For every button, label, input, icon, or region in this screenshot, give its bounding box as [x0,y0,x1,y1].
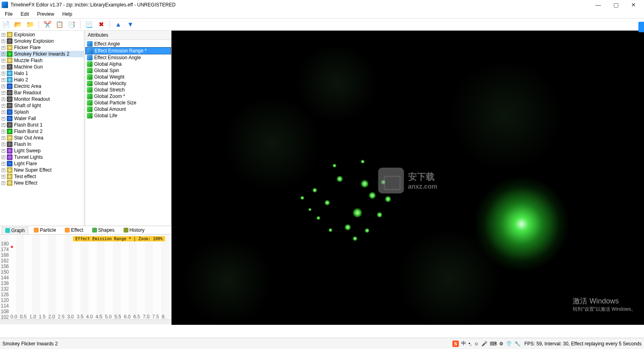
attribute-item[interactable]: Global Life [85,112,171,119]
attribute-icon [87,113,93,118]
effect-item[interactable]: + Flash Burst 2 [0,128,84,135]
preview-viewport[interactable]: 安下载 anxz.com 激活 Windows 转到"设置"以激活 Window… [171,31,644,325]
paste-icon[interactable]: 📑 [67,20,76,29]
effect-item[interactable]: + Light Sweep [0,147,84,154]
effect-item[interactable]: + Flicker Flare [0,44,84,51]
attribute-item[interactable]: Global Amount [85,106,171,112]
expander-icon[interactable]: + [2,136,5,140]
minimize-button[interactable]: — [589,0,607,10]
effect-item[interactable]: + Electric Area [0,83,84,89]
ime-icon-2[interactable]: •, [469,341,472,347]
skin-icon[interactable]: 👕 [506,341,512,347]
expander-icon[interactable]: + [2,72,5,75]
effect-item[interactable]: + Halo 2 [0,77,84,83]
expander-icon[interactable]: + [2,117,5,120]
maximize-button[interactable]: ▢ [607,0,625,10]
tab-shapes[interactable]: Shapes [89,227,118,233]
effect-item[interactable]: + Muzzle Flash [0,57,84,64]
tab-effect[interactable]: Effect [62,227,86,233]
keyboard-icon[interactable]: ⌨ [490,341,497,347]
effect-item[interactable]: + Bar Readout [0,89,84,96]
effect-item[interactable]: + Explosion [0,31,84,38]
expander-icon[interactable]: + [2,33,5,37]
attribute-item[interactable]: Effect Angle [85,41,171,47]
expander-icon[interactable]: + [2,123,5,127]
expander-icon[interactable]: + [2,156,5,159]
expander-icon[interactable]: + [2,104,5,108]
effect-item[interactable]: + Flash Burst 1 [0,122,84,128]
attribute-item[interactable]: Global Spin [85,67,171,74]
graph-keyframe[interactable] [11,246,13,248]
attribute-item[interactable]: Global Weight [85,74,171,80]
menu-preview[interactable]: Preview [34,10,58,18]
attribute-item[interactable]: Global Particle Size [85,100,171,106]
effect-item[interactable]: + Smokey Explosion [0,38,84,44]
effect-item[interactable]: + Machine Gun [0,64,84,70]
expander-icon[interactable]: + [2,91,5,95]
ime-icon[interactable]: S [452,341,459,347]
effect-item[interactable]: + Light Flare [0,160,84,167]
expander-icon[interactable]: + [2,143,5,146]
attribute-item[interactable]: Global Alpha [85,61,171,67]
copy-icon[interactable]: 📋 [55,20,64,29]
effect-item[interactable]: + Smokey Flicker Inwards 2 [0,51,84,57]
ime-lang[interactable]: 中 [461,340,466,347]
expander-icon[interactable]: + [2,162,5,166]
attribute-item[interactable]: Global Stretch [85,87,171,93]
effect-item[interactable]: + Water Fall [0,115,84,122]
down-icon[interactable]: ▼ [126,20,135,29]
new-icon[interactable]: 📄 [2,20,10,29]
expander-icon[interactable]: + [2,168,5,172]
tab-particle[interactable]: Particle [31,227,59,233]
emoji-icon[interactable]: ☺ [474,341,479,347]
effect-icon [7,64,12,70]
settings-icon[interactable]: ⚙ [499,341,504,347]
attribute-item[interactable]: Effect Emission Range * [85,47,171,54]
effect-label: Halo 2 [14,77,28,83]
effect-item[interactable]: + Splash [0,109,84,115]
expander-icon[interactable]: + [2,98,5,101]
effect-item[interactable]: + Tunnel Lights [0,154,84,160]
save-icon[interactable]: 📁 [26,20,35,29]
effect-item[interactable]: + Star Out Area [0,135,84,141]
tool-icon[interactable]: 🔧 [514,341,520,347]
expander-icon[interactable]: + [2,85,5,88]
expander-icon[interactable]: + [2,78,5,82]
expander-icon[interactable]: + [2,46,5,50]
open-icon[interactable]: 📂 [14,20,23,29]
effect-item[interactable]: + Shaft of light [0,102,84,109]
effect-item[interactable]: + Monitor Readout [0,96,84,102]
graph-area[interactable]: Effect Emission Range * | Zoom: 100% 180… [0,234,171,324]
doc-icon[interactable]: 📃 [85,20,93,29]
effect-item[interactable]: + Flash In [0,141,84,147]
effect-item[interactable]: + New Effect [0,180,84,186]
attribute-item[interactable]: Effect Emission Angle [85,54,171,61]
delete-icon[interactable]: ✖ [97,20,105,29]
effect-icon [7,161,12,166]
expander-icon[interactable]: + [2,130,5,133]
menu-file[interactable]: File [2,10,16,18]
expander-icon[interactable]: + [2,149,5,153]
menu-edit[interactable]: Edit [17,10,32,18]
attribute-item[interactable]: Global Zoom * [85,93,171,100]
tab-graph[interactable]: Graph [2,227,28,234]
tab-history[interactable]: History [120,227,148,233]
effect-item[interactable]: + New Super Effect [0,167,84,173]
expander-icon[interactable]: + [2,52,5,56]
expander-icon[interactable]: + [2,59,5,62]
up-icon[interactable]: ▲ [114,20,123,29]
effect-item[interactable]: + Halo 1 [0,70,84,77]
graph-scrollbar[interactable] [0,320,171,324]
expander-icon[interactable]: + [2,181,5,185]
expander-icon[interactable]: + [2,110,5,114]
effect-item[interactable]: + Test effect [0,173,84,180]
expander-icon[interactable]: + [2,175,5,179]
expander-icon[interactable]: + [2,65,5,69]
attribute-item[interactable]: Global Velocity [85,80,171,87]
expander-icon[interactable]: + [2,39,5,43]
right-sidebar-handle[interactable] [638,22,644,32]
menu-help[interactable]: Help [59,10,76,18]
close-button[interactable]: ✕ [625,0,642,10]
cut-icon[interactable]: ✂️ [43,20,52,29]
mic-icon[interactable]: 🎤 [481,341,487,347]
